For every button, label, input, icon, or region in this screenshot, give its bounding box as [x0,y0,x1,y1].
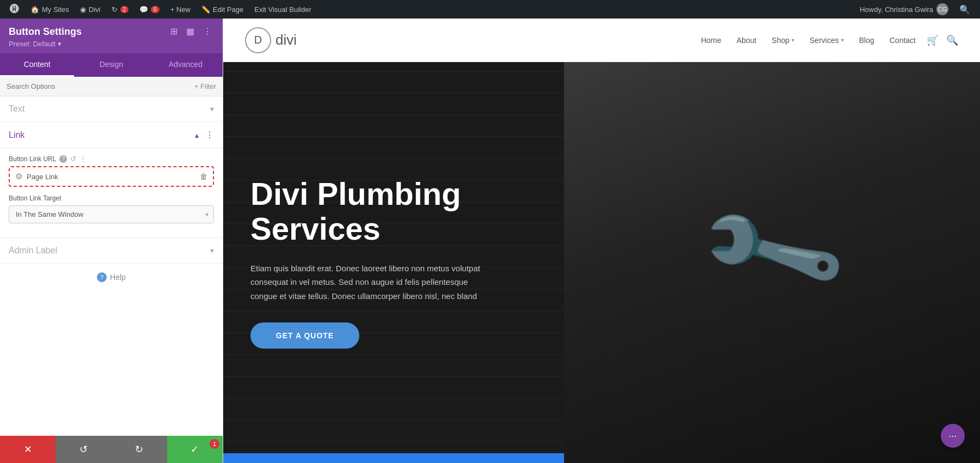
tab-advanced-label: Advanced [169,60,203,69]
exit-builder-item[interactable]: Exit Visual Builder [250,0,316,19]
trash-icon[interactable]: 🗑 [200,172,207,181]
cancel-icon: ✕ [24,443,32,455]
home-icon: 🏠 [30,5,39,14]
help-circle-icon: ? [97,272,107,282]
nav-services-label: Services [810,36,839,45]
pencil-icon: ✏️ [201,5,210,14]
undo-icon: ↺ [79,443,88,455]
hero-image [564,62,981,463]
chat-item[interactable]: 💬 0 [135,0,164,19]
get-a-quote-button[interactable]: GET A QUOTE [250,322,359,349]
preset-label: Preset: Default [9,40,56,48]
admin-label-arrow-icon: ▾ [210,246,214,255]
nav-contact[interactable]: Contact [890,36,916,45]
button-link-url-help-icon[interactable]: ? [59,155,67,163]
link-section-content: Button Link URL ? ↺ ⋮ ⚙ Page Link 🗑 Butt… [0,148,223,238]
target-select[interactable]: In The Same Window In The New Tab [9,205,214,223]
divi-icon: ◉ [80,5,86,14]
avatar: CG [936,3,948,15]
divi-item[interactable]: ◉ Divi [76,0,105,19]
undo-button[interactable]: ↺ [56,436,111,463]
nav-services[interactable]: Services ▾ [810,36,844,45]
save-badge: 1 [210,439,219,449]
edit-page-label: Edit Page [213,5,243,14]
link-section-options-icon[interactable]: ⋮ [205,130,214,140]
nav-about[interactable]: About [737,36,757,45]
panel-layout-button[interactable]: ▦ [184,26,197,36]
panel-more-button[interactable]: ⋮ [201,26,214,36]
text-section-arrow-icon: ▾ [210,105,214,113]
wp-logo-item[interactable]: 🅦 [5,0,24,19]
search-input[interactable] [7,82,194,90]
help-label: Help [110,273,126,282]
site-logo: D divi [245,27,297,53]
cancel-button[interactable]: ✕ [0,436,56,463]
my-sites-item[interactable]: 🏠 My Sites [26,0,74,19]
hero-title: Divi Plumbing Services [250,176,537,246]
button-link-url-label: Button Link URL [9,155,56,163]
comments-item[interactable]: ↻ 2 [107,0,133,19]
url-input-value: Page Link [27,173,195,181]
admin-label-section-row[interactable]: Admin Label ▾ [0,238,223,264]
nav-shop-label: Shop [771,36,789,45]
admin-search-button[interactable]: 🔍 [955,4,975,15]
hero-right [564,62,981,463]
cart-icon-button[interactable]: 🛒 [927,34,939,46]
chat-icon: 💬 [139,5,148,14]
nav-icons: 🛒 🔍 [927,34,958,46]
new-label: + New [170,5,191,14]
site-nav: D divi Home About Shop ▾ Services ▾ [223,19,980,62]
wrench-visual [564,62,981,463]
edit-page-item[interactable]: ✏️ Edit Page [197,0,248,19]
tab-advanced[interactable]: Advanced [149,53,223,77]
tab-design-label: Design [100,60,124,69]
button-link-target-field: Button Link Target In The Same Window In… [9,194,214,223]
text-section-label: Text [9,104,24,114]
floating-dots-button[interactable]: ··· [941,424,965,448]
nav-shop[interactable]: Shop ▾ [771,36,794,45]
nav-blog[interactable]: Blog [859,36,874,45]
help-row[interactable]: ? Help [0,264,223,291]
save-button[interactable]: ✓ 1 [167,436,223,463]
panel-search-area: + Filter [0,77,223,96]
wp-admin-bar: 🅦 🏠 My Sites ◉ Divi ↻ 2 💬 0 + New ✏️ Edi… [0,0,980,19]
button-link-url-field: Button Link URL ? ↺ ⋮ ⚙ Page Link 🗑 [9,155,214,187]
panel-title: Button Settings [9,26,82,38]
nav-home-label: Home [701,36,721,45]
panel-header-actions: ⊞ ▦ ⋮ [168,26,214,36]
nav-blog-label: Blog [859,36,874,45]
tab-design[interactable]: Design [74,53,148,77]
panel-tabs: Content Design Advanced [0,53,223,77]
exit-builder-label: Exit Visual Builder [254,5,311,14]
hero-section: Divi Plumbing Services Etiam quis blandi… [223,62,980,463]
redo-button[interactable]: ↻ [112,436,167,463]
site-search-button[interactable]: 🔍 [946,34,958,46]
loop-icon: ↻ [112,5,118,14]
button-link-url-label-row: Button Link URL ? ↺ ⋮ [9,155,214,163]
get-a-quote-label: GET A QUOTE [276,331,334,340]
comments-badge: 2 [120,6,129,13]
site-nav-links: Home About Shop ▾ Services ▾ Blog Contac [701,36,916,45]
howdy-item[interactable]: Howdy, Christina Gwira CG [855,3,953,15]
button-link-url-more-icon[interactable]: ⋮ [79,155,87,163]
text-section-row[interactable]: Text ▾ [0,96,223,122]
preset-chevron-icon: ▾ [58,40,62,48]
link-section-label: Link [9,130,24,140]
hero-left: Divi Plumbing Services Etiam quis blandi… [223,62,564,463]
filter-label: + Filter [194,82,216,90]
url-input-box[interactable]: ⚙ Page Link 🗑 [9,166,214,187]
nav-services-chevron-icon: ▾ [841,37,844,43]
admin-label-section-label: Admin Label [9,246,57,255]
tab-content[interactable]: Content [0,53,74,77]
target-select-wrapper: In The Same Window In The New Tab ▾ [9,205,214,223]
save-icon: ✓ [191,443,199,455]
button-link-target-label: Button Link Target [9,194,62,202]
filter-button[interactable]: + Filter [194,82,216,90]
wp-icon: 🅦 [10,4,20,15]
new-item[interactable]: + New [166,0,195,19]
logo-text: divi [275,32,297,48]
link-section-row[interactable]: Link ▴ ⋮ [0,122,223,148]
button-link-url-reset-icon[interactable]: ↺ [70,155,76,163]
panel-expand-button[interactable]: ⊞ [168,26,180,36]
nav-home[interactable]: Home [701,36,721,45]
